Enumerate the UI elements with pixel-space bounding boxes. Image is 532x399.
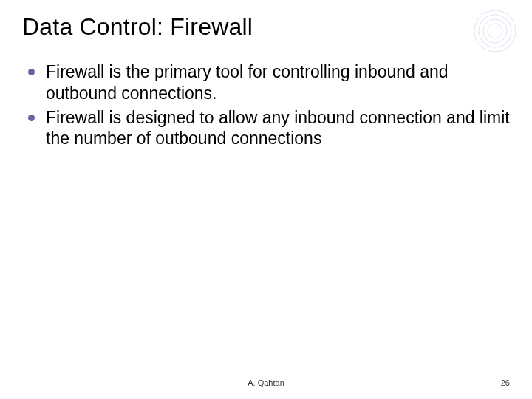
footer-author: A. Qahtan: [0, 378, 532, 387]
list-item: Firewall is designed to allow any inboun…: [28, 107, 510, 150]
slide: Data Control: Firewall Firewall is the p…: [0, 0, 532, 399]
list-item: Firewall is the primary tool for control…: [28, 61, 510, 104]
bullet-list: Firewall is the primary tool for control…: [22, 61, 510, 149]
slide-title: Data Control: Firewall: [22, 13, 510, 41]
footer-page-number: 26: [501, 378, 510, 387]
